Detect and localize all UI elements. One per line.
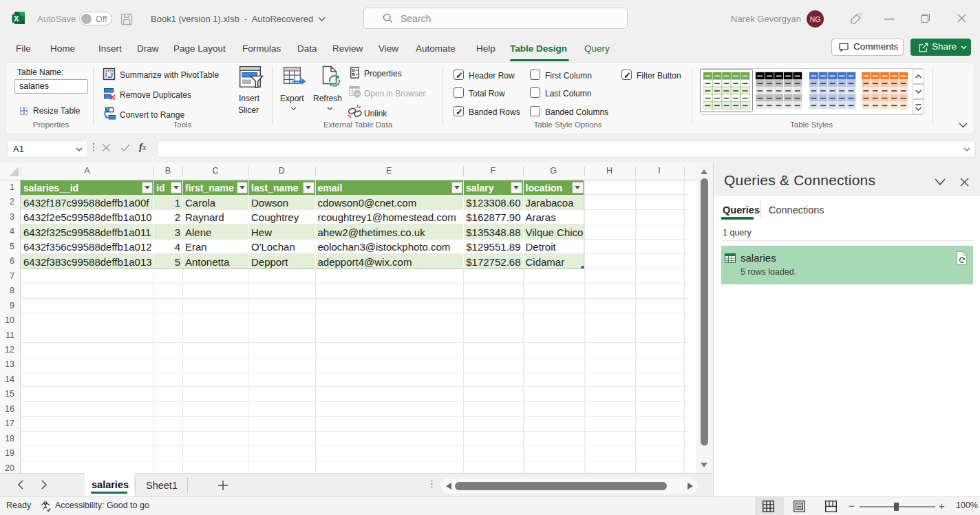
svg-text:X: X (14, 14, 19, 23)
